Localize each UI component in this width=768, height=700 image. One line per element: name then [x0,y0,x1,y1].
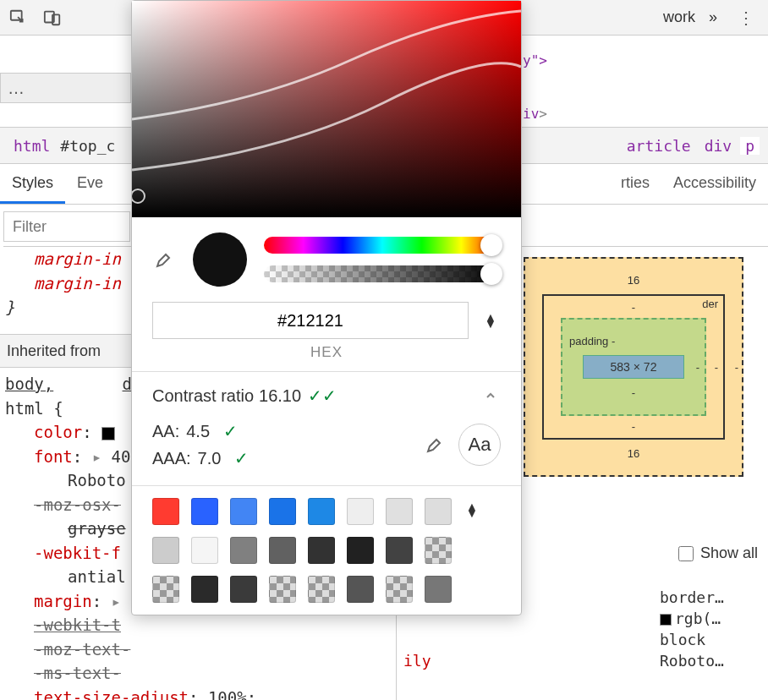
color-format-toggle[interactable]: ▲▼ [480,314,501,328]
crumb-html[interactable]: html [8,137,55,155]
margin-right-value: - [735,361,738,374]
prop-font[interactable]: font [34,447,73,466]
dom-attr-fragment: y"> [523,52,547,68]
padding-bottom-value: - [632,386,635,399]
palette-swatch[interactable] [230,498,257,525]
palette-swatch[interactable] [308,537,335,564]
val-100pct[interactable]: 100%; [208,688,256,701]
contrast-ratio-section: Contrast ratio 16.10 ✓✓ AA: 4.5 ✓ AAA: 7… [132,371,521,485]
palette-switcher-icon[interactable]: ▲▼ [464,503,480,517]
prop-text-size-adjust[interactable]: text-size-adjust [34,688,189,701]
palette-swatch[interactable] [347,498,374,525]
show-all-checkbox[interactable] [678,546,694,561]
palette-swatch[interactable] [347,576,374,603]
palette-swatch[interactable] [308,498,335,525]
crumb-top[interactable]: #top_c [55,137,120,155]
prop-color[interactable]: color [34,423,82,441]
aaa-value: 7.0 [198,445,222,472]
palette-swatch[interactable] [230,537,257,564]
tab-accessibility[interactable]: Accessibility [661,164,768,204]
collapse-contrast-icon[interactable] [480,386,501,406]
dom-tag-fragment: iv [523,106,539,122]
selector-body[interactable]: body, [5,375,53,393]
tab-network-partial[interactable]: work [663,8,695,26]
tab-event-listeners[interactable]: Eve [65,164,115,204]
color-spectrum[interactable] [132,1,521,217]
contrast-ratio-label: Contrast ratio [152,386,254,406]
tab-styles[interactable]: Styles [0,164,65,204]
selector-html[interactable]: html { [5,399,63,418]
styles-filter-input[interactable] [3,211,130,242]
inherited-label: Inherited from [7,342,101,360]
color-swatch-icon [660,614,672,626]
prop-webkit-text[interactable]: -webkit-t [5,613,394,637]
computed-val-4: Roboto… [660,652,761,670]
palette-swatch[interactable] [191,537,218,564]
palette-swatch[interactable] [386,498,413,525]
more-options-icon[interactable]: ⋮ [731,8,761,28]
hex-label: HEX [152,344,501,361]
aa-label: AA: [152,418,179,445]
palette-swatch[interactable] [152,498,179,525]
crumb-p[interactable]: p [740,137,760,155]
color-preview-swatch [193,232,247,287]
font-value[interactable]: 40 [112,447,131,466]
alpha-thumb[interactable] [480,263,502,285]
color-picker-popup: ▲▼ HEX Contrast ratio 16.10 ✓✓ AA: 4.5 ✓… [131,0,522,615]
palette-swatch[interactable] [425,576,452,603]
box-model-diagram[interactable]: 583 × 72 16 16 - - - - der padding - - - [524,257,743,477]
hue-thumb[interactable] [480,234,502,256]
palette-swatch[interactable] [269,576,296,603]
expand-icon-2[interactable]: ▸ [112,592,121,610]
box-content-size: 583 × 72 [611,360,657,374]
expand-icon[interactable]: ▸ [92,447,101,466]
check-icon: ✓ [223,418,238,445]
border-right-value: - [715,361,718,374]
color-swatch-icon[interactable] [101,427,115,440]
prop-margin[interactable]: margin [34,592,92,610]
margin-top-value: 16 [628,274,639,287]
palette-swatch[interactable] [191,498,218,525]
alpha-slider[interactable] [264,265,501,282]
palette-swatch[interactable] [269,498,296,525]
palette-swatch[interactable] [152,576,179,603]
computed-prop-4[interactable]: ily [403,652,660,670]
hue-slider[interactable] [264,237,501,254]
tab-properties[interactable]: rties [609,164,661,204]
aaa-label: AAA: [152,445,191,472]
ellipsis-text: … [8,79,25,98]
crumb-div[interactable]: div [699,137,738,155]
computed-prop-3[interactable] [403,631,660,648]
swatch-grid [152,498,452,603]
palette-swatch[interactable] [308,576,335,603]
check-icon: ✓ [234,445,249,472]
border-bottom-value: - [632,420,635,433]
dom-collapsed-indicator[interactable]: … [0,73,131,103]
palette-swatch[interactable] [425,498,452,525]
background-eyedropper-icon[interactable] [423,433,447,457]
palette-swatch[interactable] [230,576,257,603]
text-sample-preview: Aa [458,424,501,466]
crumb-article[interactable]: article [622,137,696,155]
computed-val-3: block [660,631,761,648]
hex-input[interactable] [152,302,469,339]
aa-value: 4.5 [186,418,210,445]
palette-swatch[interactable] [386,537,413,564]
prop-ms-text[interactable]: -ms-text- [5,661,394,686]
prop-webkit-font[interactable]: -webkit-f [34,544,121,562]
palette-swatch[interactable] [347,537,374,564]
tabs-overflow-icon[interactable]: » [709,8,717,26]
prop-moz-text[interactable]: -moz-text- [5,637,394,662]
palette-swatch[interactable] [152,537,179,564]
margin-bottom-value: 16 [628,447,639,460]
dom-close: > [539,106,547,122]
palette-swatch[interactable] [269,537,296,564]
palette-swatch[interactable] [425,537,452,564]
palette-swatch[interactable] [191,576,218,603]
show-all-toggle[interactable]: Show all [678,544,758,562]
palette-swatch[interactable] [386,576,413,603]
dom-tree-peek: y"> iv> [523,52,547,122]
device-mode-icon[interactable] [41,6,64,30]
eyedropper-icon[interactable] [152,248,176,271]
inspect-element-icon[interactable] [7,6,30,30]
